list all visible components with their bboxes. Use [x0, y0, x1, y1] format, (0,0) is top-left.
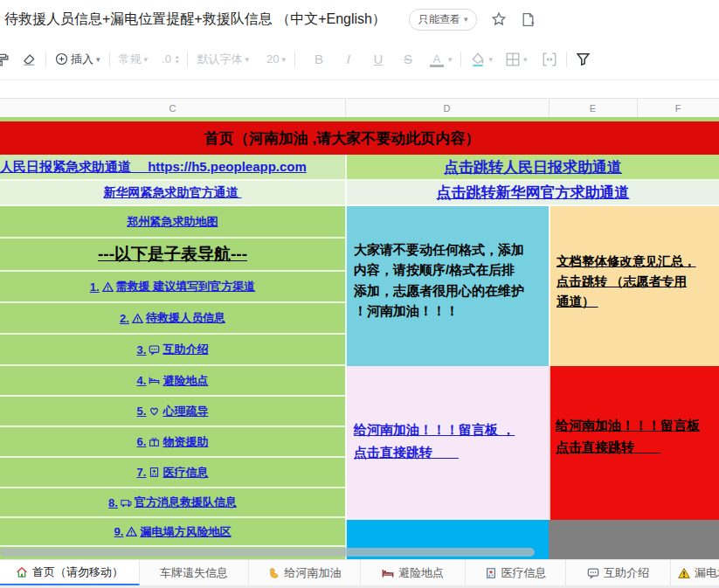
column-header-e[interactable]: E	[549, 99, 638, 118]
tab-label: 医疗信息	[501, 565, 547, 581]
tab-label: 漏电塌方风险地区	[695, 565, 719, 581]
xinhua-link[interactable]: 新华网紧急求助官方通道	[104, 185, 242, 201]
strikethrough-button[interactable]: S	[393, 52, 423, 66]
format-notice-text: 大家请不要动任何格式，添加 内容，请按顺序/格式在后排 添加，志愿者很用心的在维…	[354, 239, 542, 321]
hospital-icon	[149, 467, 160, 478]
tab-home[interactable]: 首页（请勿移动）	[0, 560, 140, 586]
tab-medical[interactable]: 医疗信息	[466, 560, 566, 586]
xinhua-link-cell[interactable]: 新华网紧急求助官方通道	[0, 181, 345, 206]
item-number: 3.	[137, 343, 147, 356]
banner-text: 首页（河南加油 ,请大家不要动此页内容）	[204, 128, 480, 149]
nav-item-official-rescue-teams[interactable]: 8. 官方消息救援队信息	[0, 488, 345, 518]
item-number: 6.	[137, 435, 147, 448]
message-board-red-cell[interactable]: 给河南加油！！！留言板 点击直接跳转	[549, 366, 719, 520]
message-board-red-text[interactable]: 给河南加油！！！留言板 点击直接跳转	[556, 415, 717, 459]
banner-cell: 首页（河南加油 ,请大家不要动此页内容）	[0, 121, 719, 155]
item-number: 7.	[137, 466, 147, 479]
titlebar: 待救援人员信息+漏电位置提醒+救援队信息 （中文+English） 只能查看 ▾	[0, 0, 719, 38]
tab-shelter[interactable]: 避险地点	[361, 560, 466, 586]
divider	[460, 52, 461, 67]
font-name-dropdown[interactable]: 默认字体 ▾	[197, 52, 249, 67]
format-notice-cell: 大家请不要动任何格式，添加 内容，请按顺序/格式在后排 添加，志愿者很用心的在维…	[345, 206, 549, 366]
tab-mutual-aid[interactable]: 互助介绍	[566, 560, 671, 586]
sheet-grid: 首页（河南加油 ,请大家不要动此页内容） 人民日报紧急求助通道 https://…	[0, 117, 719, 559]
nav-item-need-rescue[interactable]: 1. 需救援 建议填写到官方渠道	[0, 272, 345, 303]
house-icon	[16, 566, 28, 578]
sheet-tab-bar: 首页（请勿移动） 车牌遗失信息 给河南加油 避险地点 医疗信息 互助介绍 漏电塌…	[0, 559, 719, 586]
bed-icon	[149, 375, 160, 386]
divider	[294, 52, 295, 67]
item-number: 4.	[137, 374, 147, 387]
column-header-d[interactable]: D	[345, 99, 550, 118]
chevron-down-icon: ▾	[464, 15, 468, 24]
underline-button[interactable]: U	[363, 52, 393, 66]
number-format-dropdown[interactable]: 常规 ▾	[119, 52, 149, 67]
item-label: 待救援人员信息	[146, 310, 225, 326]
warning-triangle-icon	[132, 313, 143, 324]
font-color-button[interactable]: A ▾	[428, 52, 453, 66]
chevron-down-icon: ▾	[96, 55, 100, 64]
nav-item-awaiting-rescue[interactable]: 2. 待救援人员信息	[0, 303, 345, 335]
merge-cells-button[interactable]	[542, 52, 557, 67]
peoples-daily-jump-link[interactable]: 点击跳转人民日报求助通道	[444, 157, 622, 177]
message-board-pink-cell[interactable]: 给河南加油！！！留言板 ， 点击直接跳转	[345, 366, 549, 520]
italic-button[interactable]: I	[334, 52, 363, 66]
insert-button[interactable]: 插入 ▾	[55, 52, 100, 67]
map-link[interactable]: 郑州紧急求助地图	[128, 214, 218, 230]
document-title: 待救援人员信息+漏电位置提醒+救援队信息 （中文+English）	[4, 10, 386, 29]
item-label: 医疗信息	[162, 465, 208, 481]
font-size-dropdown[interactable]: 20 ▾	[266, 52, 286, 66]
chevron-down-icon: ▾	[448, 55, 453, 64]
fill-color-button[interactable]: ▾	[470, 52, 493, 67]
star-icon[interactable]	[491, 11, 507, 27]
warning-triangle-icon	[678, 567, 690, 579]
column-header-f[interactable]: F	[637, 99, 719, 118]
nav-item-electric-hazard[interactable]: 9. 漏电塌方风险地区	[0, 518, 345, 547]
borders-button[interactable]: ▾	[505, 52, 528, 67]
stepper-arrows-icon[interactable]: ▴▾	[176, 54, 179, 65]
feedback-link-cell[interactable]: 文档整体修改意见汇总， 点击跳转 （志愿者专用 通道）	[549, 206, 719, 366]
bold-button[interactable]: B	[304, 52, 334, 66]
tab-lost-plates[interactable]: 车牌遗失信息	[140, 560, 249, 586]
filter-button[interactable]	[576, 52, 591, 66]
peoples-daily-jump-cell[interactable]: 点击跳转人民日报求助通道	[345, 155, 719, 181]
horizontal-scrollbar-thumb[interactable]	[0, 548, 535, 557]
tab-electric-hazard[interactable]: 漏电塌方风险地区	[671, 560, 719, 586]
warning-triangle-icon	[126, 526, 137, 537]
gray-cell	[549, 520, 719, 559]
insert-label: 插入	[71, 52, 93, 67]
tab-cheer-henan[interactable]: 给河南加油	[249, 560, 361, 586]
paint-bucket-icon	[470, 52, 486, 67]
xinhua-jump-cell[interactable]: 点击跳转新华网官方求助通道	[345, 181, 719, 206]
format-painter-icon[interactable]	[0, 52, 9, 67]
nav-item-supplies[interactable]: 6. 物资援助	[0, 427, 345, 458]
item-label: 避险地点	[162, 373, 208, 389]
item-label: 官方消息救援队信息	[135, 495, 237, 510]
feedback-link-text[interactable]: 文档整体修改意见汇总， 点击跳转 （志愿者专用 通道）	[557, 252, 716, 313]
nav-item-mutual-aid[interactable]: 3. 互助介绍	[0, 335, 345, 366]
font-color-label: A	[433, 52, 441, 66]
chevron-down-icon: ▾	[523, 55, 528, 64]
divider	[566, 52, 567, 67]
view-only-label: 只能查看	[418, 12, 460, 27]
peoples-daily-link-cell[interactable]: 人民日报紧急求助通道 https://h5.peopleapp.com	[0, 155, 345, 181]
nav-item-medical[interactable]: 7. 医疗信息	[0, 458, 345, 488]
item-label: 漏电塌方风险地区	[140, 524, 231, 540]
nav-item-zhengzhou-map[interactable]: 郑州紧急求助地图	[0, 206, 345, 239]
decimal-stepper[interactable]: .0 ▴▾	[162, 52, 178, 66]
divider	[45, 52, 46, 67]
chevron-down-icon: ▾	[245, 55, 249, 64]
new-page-icon[interactable]	[521, 12, 536, 27]
xinhua-jump-link[interactable]: 点击跳转新华网官方求助通道	[437, 183, 630, 203]
nav-item-counseling[interactable]: 5. 心理疏导	[0, 397, 345, 427]
column-header-c[interactable]: C	[0, 99, 346, 118]
peoples-daily-link[interactable]: 人民日报紧急求助通道 https://h5.peopleapp.com	[0, 159, 307, 176]
nav-heading: ---以下是子表导航---	[0, 239, 345, 272]
eraser-icon[interactable]	[21, 52, 37, 67]
message-board-link[interactable]: 给河南加油！！！留言板 ， 点击直接跳转	[354, 419, 543, 463]
nav-item-shelter[interactable]: 4. 避险地点	[0, 366, 345, 397]
heart-icon	[149, 405, 160, 417]
view-only-badge[interactable]: 只能查看 ▾	[409, 9, 478, 31]
divider	[187, 52, 188, 67]
ambulance-icon	[121, 497, 132, 508]
